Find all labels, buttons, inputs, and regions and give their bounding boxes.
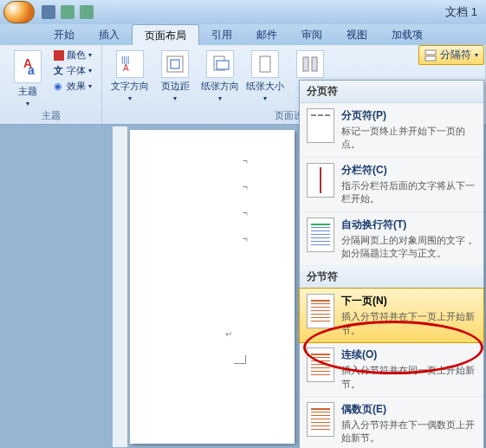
svg-rect-2 <box>167 56 183 72</box>
breaks-dropdown: 分页符 分页符(P)标记一页终止并开始下一页的点。 分栏符(C)指示分栏符后面的… <box>299 80 484 448</box>
title-bar: 文档 1 <box>0 0 486 24</box>
tab-mailings[interactable]: 邮件 <box>244 24 289 45</box>
ribbon-tabs: 开始 插入 页面布局 引用 邮件 审阅 视图 加载项 <box>0 24 486 45</box>
svg-rect-6 <box>260 56 270 72</box>
text-wrapping-icon <box>307 218 334 252</box>
menu-item-even-page[interactable]: 偶数页(E)插入分节符并在下一偶数页上开始新节。 <box>300 397 483 448</box>
continuous-icon <box>307 347 334 382</box>
svg-rect-5 <box>217 61 229 69</box>
svg-rect-3 <box>171 60 179 68</box>
chevron-down-icon: ▾ <box>26 100 29 107</box>
dropdown-header-page-breaks: 分页符 <box>300 81 483 103</box>
menu-item-column-break[interactable]: 分栏符(C)指示分栏符后面的文字将从下一栏开始。 <box>300 158 483 212</box>
column-break-icon <box>307 163 334 198</box>
tab-references[interactable]: 引用 <box>199 24 244 45</box>
menu-item-page-break[interactable]: 分页符(P)标记一页终止并开始下一页的点。 <box>300 103 483 158</box>
svg-rect-8 <box>312 57 317 71</box>
tab-view[interactable]: 视图 <box>334 24 379 45</box>
dropdown-header-section-breaks: 分节符 <box>300 266 483 289</box>
breaks-icon <box>424 49 437 62</box>
tab-addins[interactable]: 加载项 <box>379 24 435 45</box>
page[interactable]: ¬ ¬ ¬ ¬ ↵ <box>130 130 295 444</box>
size-button[interactable]: 纸张大小▾ <box>243 49 288 102</box>
theme-effects-button[interactable]: ◉效果 ▾ <box>54 80 92 93</box>
document-area: ¬ ¬ ¬ ¬ ↵ <box>0 127 299 447</box>
redo-icon[interactable] <box>80 5 94 19</box>
office-button[interactable] <box>3 1 35 23</box>
tab-page-layout[interactable]: 页面布局 <box>132 24 199 45</box>
svg-text:A: A <box>123 63 129 73</box>
menu-item-continuous[interactable]: 连续(O)插入分节符并在同一页上开始新节。 <box>300 342 483 397</box>
quick-access-toolbar <box>42 5 94 19</box>
vertical-ruler[interactable] <box>113 127 128 447</box>
theme-fonts-button[interactable]: 文字体 ▾ <box>54 64 92 77</box>
next-page-icon <box>307 294 334 328</box>
chevron-down-icon: ▾ <box>475 51 478 59</box>
orientation-button[interactable]: 纸张方向▾ <box>198 49 243 102</box>
theme-colors-button[interactable]: 颜色 ▾ <box>54 49 92 62</box>
tab-insert[interactable]: 插入 <box>87 24 132 45</box>
save-icon[interactable] <box>42 5 55 19</box>
even-page-icon <box>307 402 334 437</box>
page-break-icon <box>307 108 334 143</box>
tab-home[interactable]: 开始 <box>42 24 87 45</box>
group-label-theme: 主题 <box>0 109 101 122</box>
undo-icon[interactable] <box>61 5 75 19</box>
tab-review[interactable]: 审阅 <box>289 24 334 45</box>
themes-button[interactable]: Aa 主题 ▾ <box>5 49 50 107</box>
text-direction-button[interactable]: ||||A文字方向▾ <box>107 49 152 102</box>
svg-rect-10 <box>425 56 436 61</box>
svg-rect-7 <box>303 57 308 71</box>
svg-rect-9 <box>425 50 436 55</box>
breaks-button[interactable]: 分隔符 ▾ <box>418 45 484 65</box>
document-title: 文档 1 <box>445 4 477 20</box>
menu-item-next-page[interactable]: 下一页(N)插入分节符并在下一页上开始新节。 <box>299 288 484 343</box>
margins-button[interactable]: 页边距▾ <box>152 49 198 102</box>
menu-item-text-wrapping-break[interactable]: 自动换行符(T)分隔网页上的对象周围的文字，如分隔题注文字与正文。 <box>300 212 483 267</box>
